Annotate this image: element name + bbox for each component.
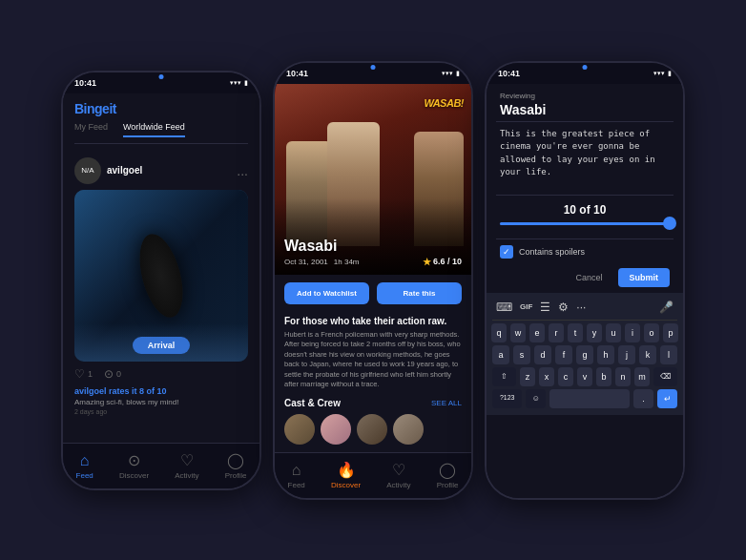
phone3-screen: Reviewing Wasabi This is the greatest pi…: [487, 84, 683, 498]
movie-card[interactable]: Arrival: [74, 190, 248, 362]
status-time-2: 10:41: [286, 69, 308, 78]
nav-activity-1[interactable]: ♡ Activity: [175, 451, 198, 480]
cast-label: Cast & Crew: [284, 398, 341, 408]
nav-discover-2[interactable]: 🔥 Discover: [331, 461, 361, 489]
key-h[interactable]: h: [597, 345, 614, 364]
rate-button[interactable]: Rate this: [377, 282, 462, 304]
tab-my-feed[interactable]: My Feed: [74, 122, 108, 137]
key-e[interactable]: e: [529, 323, 545, 342]
key-d[interactable]: d: [534, 345, 551, 364]
cast-section: Cast & Crew SEE ALL: [275, 392, 471, 410]
settings-icon[interactable]: ⚙: [558, 301, 569, 314]
profile-icon: ◯: [227, 451, 244, 469]
status-icons-2: ▾▾▾ ▮: [442, 70, 460, 77]
signal-2-icon: ▾▾▾: [442, 70, 453, 77]
cast-avatar-2[interactable]: [321, 414, 351, 445]
key-s[interactable]: s: [513, 345, 530, 364]
discover-icon: ⊙: [128, 451, 140, 469]
key-emoji[interactable]: ☺: [526, 389, 546, 408]
nav-profile-1[interactable]: ◯ Profile: [225, 451, 247, 480]
movie-logo: WASAB!: [424, 97, 464, 109]
bottom-nav-1: ⌂ Feed ⊙ Discover ♡ Activity ◯ Profile: [63, 443, 259, 488]
phone-3: 10:41 ▾▾▾ ▮ Reviewing Wasabi This is the…: [485, 61, 685, 500]
key-c[interactable]: c: [558, 367, 573, 386]
key-space[interactable]: [549, 389, 630, 408]
key-v[interactable]: v: [577, 367, 592, 386]
key-j[interactable]: j: [618, 345, 635, 364]
kb-left-tools: ⌨ GIF ☰ ⚙ ···: [496, 301, 586, 314]
key-m[interactable]: m: [634, 367, 650, 386]
reviewing-label: Reviewing: [500, 92, 670, 100]
see-all-button[interactable]: SEE ALL: [431, 399, 462, 407]
clipboard-icon[interactable]: ☰: [540, 301, 550, 314]
keyboard-row-1: q w e r t y u i o p: [492, 323, 677, 342]
key-q[interactable]: q: [491, 323, 507, 342]
key-l[interactable]: l: [660, 345, 677, 364]
nav-profile-2[interactable]: ◯ Profile: [437, 461, 459, 489]
key-b[interactable]: b: [596, 367, 611, 386]
discover-label: Discover: [119, 471, 149, 480]
key-r[interactable]: r: [549, 323, 564, 342]
key-k[interactable]: k: [639, 345, 656, 364]
key-a[interactable]: a: [492, 345, 509, 364]
review-textarea[interactable]: This is the greatest piece of cinema you…: [500, 128, 670, 185]
key-numbers[interactable]: ?123: [492, 389, 522, 408]
key-backspace[interactable]: ⌫: [653, 367, 677, 386]
key-i[interactable]: i: [625, 323, 640, 342]
keyboard-row-2: a s d f g h j k l: [492, 345, 677, 364]
key-z[interactable]: z: [520, 367, 535, 386]
key-enter[interactable]: ↵: [657, 389, 677, 408]
key-shift[interactable]: ⇧: [492, 367, 516, 386]
rating-slider[interactable]: [500, 222, 670, 225]
key-y[interactable]: y: [587, 323, 602, 342]
feed-2-icon: ⌂: [292, 462, 301, 479]
key-u[interactable]: u: [606, 323, 621, 342]
key-period[interactable]: .: [633, 389, 653, 408]
spoiler-row: ✓ Contains spoilers: [487, 239, 683, 264]
cast-avatar-1[interactable]: [284, 414, 315, 445]
key-t[interactable]: t: [568, 323, 583, 342]
tab-worldwide[interactable]: Worldwide Feed: [123, 122, 185, 137]
nav-feed-1[interactable]: ⌂ Feed: [76, 452, 93, 480]
add-watchlist-button[interactable]: Add to Watchlist: [284, 282, 369, 304]
comments-action[interactable]: ⊙ 0: [104, 367, 121, 381]
key-n[interactable]: n: [615, 367, 631, 386]
nav-activity-2[interactable]: ♡ Activity: [386, 461, 410, 489]
keyboard-icon[interactable]: ⌨: [496, 301, 512, 314]
indicator-dot-1: [159, 74, 164, 79]
spoiler-checkbox[interactable]: ✓: [500, 245, 513, 259]
key-o[interactable]: o: [644, 323, 659, 342]
nav-discover-1[interactable]: ⊙ Discover: [119, 451, 149, 480]
more-icon[interactable]: ···: [576, 301, 586, 314]
activity-icon: ♡: [180, 451, 194, 469]
more-options-icon[interactable]: ...: [237, 163, 248, 178]
key-f[interactable]: f: [555, 345, 572, 364]
status-bar-2: 10:41 ▾▾▾ ▮: [275, 63, 471, 84]
cancel-button[interactable]: Cancel: [568, 268, 610, 287]
bottom-nav-2: ⌂ Feed 🔥 Discover ♡ Activity ◯ Profile: [275, 452, 471, 498]
discover-2-icon: 🔥: [337, 461, 356, 479]
indicator-dot-3: [583, 65, 588, 70]
cast-avatar-3[interactable]: [357, 414, 387, 445]
divider-1: [496, 121, 673, 122]
slider-thumb[interactable]: [663, 217, 676, 230]
username[interactable]: avilgoel: [107, 165, 142, 176]
feed-icon: ⌂: [80, 452, 90, 469]
arrival-button[interactable]: Arrival: [133, 337, 191, 354]
key-g[interactable]: g: [576, 345, 593, 364]
rating-slider-section: 10 of 10: [487, 196, 683, 239]
submit-button[interactable]: Submit: [618, 268, 671, 287]
status-bar-3: 10:41 ▾▾▾ ▮: [487, 63, 683, 84]
nav-feed-2[interactable]: ⌂ Feed: [288, 462, 305, 489]
key-w[interactable]: w: [510, 323, 526, 342]
likes-action[interactable]: ♡ 1: [74, 367, 93, 381]
key-p[interactable]: p: [663, 323, 678, 342]
cast-avatar-4[interactable]: [393, 414, 424, 445]
user-row: N/A avilgoel ...: [63, 152, 259, 190]
key-x[interactable]: x: [539, 367, 554, 386]
gif-icon[interactable]: GIF: [520, 302, 532, 311]
spoiler-label: Contains spoilers: [519, 247, 585, 257]
keyboard-row-3: ⇧ z x c v b n m ⌫: [492, 367, 677, 386]
rating-value: 6.6 / 10: [433, 257, 462, 266]
mic-icon[interactable]: 🎤: [659, 301, 673, 314]
